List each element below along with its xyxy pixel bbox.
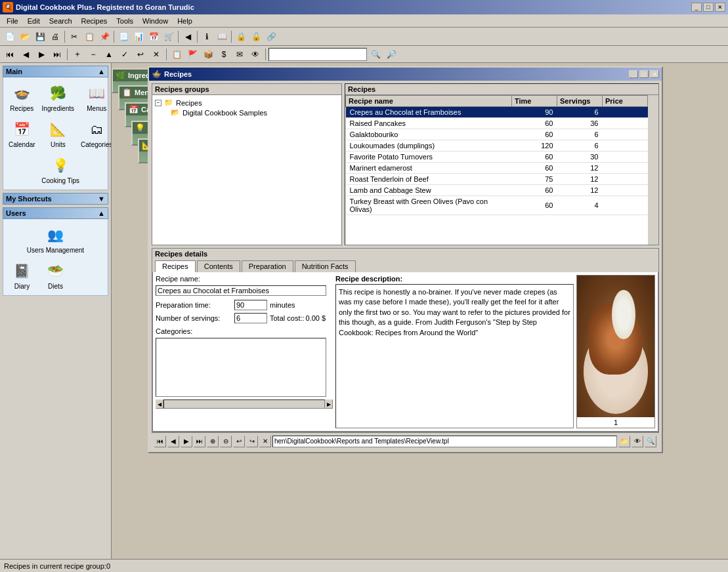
tb-shop-btn[interactable]: 🛒 <box>161 30 176 44</box>
tree-item-cookbook[interactable]: 📂 Digital Cookbook Samples <box>171 108 339 117</box>
nav-last-btn[interactable]: ⏭ <box>50 47 64 62</box>
nav-down-btn[interactable]: ✓ <box>118 47 132 62</box>
tb-info-btn[interactable]: ℹ <box>200 30 214 44</box>
sidebar-item-categories[interactable]: 🗂 Categories <box>78 116 112 151</box>
bottom-nav-undo[interactable]: ↩ <box>233 436 245 447</box>
h-scrollbar[interactable] <box>163 399 325 409</box>
tb-new-btn[interactable]: 📄 <box>3 30 17 44</box>
bottom-nav-play[interactable]: ▶ <box>181 436 192 447</box>
prep-time-input[interactable] <box>234 300 267 310</box>
tb-print-btn[interactable]: 🖨 <box>48 30 62 44</box>
tb-paste-btn[interactable]: 📌 <box>97 30 112 44</box>
table-row[interactable]: Loukoumades (dumplings) 120 6 <box>346 140 648 152</box>
minimize-button[interactable]: _ <box>691 3 702 12</box>
table-row[interactable]: Lamb and Cabbage Stew 60 12 <box>346 185 648 196</box>
col-price[interactable]: Price <box>603 96 648 107</box>
bottom-nav-close[interactable]: ✕ <box>259 436 271 447</box>
tb-open-btn[interactable]: 📂 <box>18 30 32 44</box>
tb-share-btn[interactable]: 🔗 <box>264 30 278 44</box>
menu-window[interactable]: Window <box>139 16 172 26</box>
sidebar-item-ingredients[interactable]: 🥦 Ingredients <box>39 80 77 115</box>
col-recipe-name[interactable]: Recipe name <box>346 96 512 107</box>
tb-cut-btn[interactable]: ✂ <box>67 30 81 44</box>
recipes-minimize-btn[interactable]: _ <box>629 70 638 78</box>
tree-expand-root[interactable]: − <box>155 100 161 106</box>
sidebar-item-diets[interactable]: 🥗 Diets <box>39 258 72 293</box>
sidebar-item-users-management[interactable]: 👥 Users Management <box>6 222 105 256</box>
sidebar-item-units[interactable]: 📐 Units <box>39 116 77 151</box>
nav-play-btn[interactable]: ▶ <box>34 47 49 62</box>
table-row[interactable]: Crepes au Chocolat et Framboises 90 6 <box>346 107 648 118</box>
recipes-scrollbar[interactable] <box>648 95 658 245</box>
tb-cal-btn[interactable]: 📅 <box>146 30 161 44</box>
tb-lock-btn[interactable]: 🔒 <box>234 30 248 44</box>
scroll-right-btn[interactable]: ▶ <box>325 399 333 409</box>
tab-nutrition[interactable]: Nutrition Facts <box>295 260 356 272</box>
nav-copy2-btn[interactable]: 📋 <box>169 47 184 62</box>
menu-help[interactable]: Help <box>173 16 196 26</box>
nav-first-btn[interactable]: ⏮ <box>3 47 17 62</box>
tree-item-root[interactable]: − 📁 Recipes <box>155 98 339 108</box>
sidebar-item-recipes[interactable]: 🍲 Recipes <box>6 80 38 115</box>
bottom-nav-redo[interactable]: ↪ <box>246 436 258 447</box>
sidebar-item-diary[interactable]: 📓 Diary <box>6 258 38 293</box>
nav-move-btn[interactable]: 📦 <box>201 47 215 62</box>
servings-input[interactable] <box>234 313 267 323</box>
col-time[interactable]: Time <box>512 96 557 107</box>
sidebar-item-cooking-tips[interactable]: 💡 Cooking Tips <box>6 152 112 187</box>
tab-preparation[interactable]: Preparation <box>242 260 293 272</box>
table-row[interactable]: Raised Pancakes 60 36 <box>346 118 648 129</box>
bottom-nav-prev[interactable]: ◀ <box>167 436 179 447</box>
bottom-nav-minus[interactable]: ⊖ <box>220 436 232 447</box>
table-row[interactable]: Marinert edamerost 60 12 <box>346 163 648 174</box>
bottom-nav-search[interactable]: 🔍 <box>645 436 656 447</box>
close-button[interactable]: ✕ <box>715 3 725 12</box>
table-row[interactable]: Galaktobouriko 60 6 <box>346 129 648 140</box>
nav-mail-btn[interactable]: ✉ <box>232 47 247 62</box>
recipes-maximize-btn[interactable]: □ <box>639 70 649 78</box>
bottom-nav-last[interactable]: ⏭ <box>194 436 205 447</box>
bottom-nav-add[interactable]: ⊕ <box>207 436 219 447</box>
sidebar-item-menus[interactable]: 📖 Menus <box>78 80 112 115</box>
menu-edit[interactable]: Edit <box>24 16 44 26</box>
tb-unlock-btn[interactable]: 🔓 <box>249 30 263 44</box>
tab-recipes[interactable]: Recipes <box>155 260 196 272</box>
sidebar-main-header[interactable]: Main ▲ <box>3 66 108 77</box>
tb-back-btn[interactable]: ◀ <box>181 30 195 44</box>
sidebar-shortcuts-header[interactable]: My Shortcuts ▼ <box>3 193 108 205</box>
nav-up-btn[interactable]: ▲ <box>102 47 116 62</box>
search-go-btn[interactable]: 🔍 <box>368 47 383 62</box>
tb-save-btn[interactable]: 💾 <box>33 30 47 44</box>
nav-undo-btn[interactable]: ↩ <box>133 47 148 62</box>
nav-eye-btn[interactable]: 👁 <box>248 47 263 62</box>
tb-table-btn[interactable]: 📊 <box>131 30 146 44</box>
menu-recipes[interactable]: Recipes <box>77 16 112 26</box>
table-row[interactable]: Roast Tenderloin of Beef 75 12 <box>346 174 648 185</box>
sidebar-users-header[interactable]: Users ▲ <box>3 207 108 219</box>
nav-prev-btn[interactable]: ◀ <box>18 47 33 62</box>
search-clear-btn[interactable]: 🔎 <box>384 47 398 62</box>
bottom-nav-browse[interactable]: 📁 <box>618 436 630 447</box>
table-row[interactable]: Turkey Breast with Green Olives (Pavo co… <box>346 196 648 215</box>
recipe-name-input[interactable] <box>156 285 326 296</box>
tab-contents[interactable]: Contents <box>197 260 240 272</box>
table-row[interactable]: Favorite Potato Turnovers 60 30 <box>346 152 648 163</box>
bottom-nav-view[interactable]: 👁 <box>632 436 643 447</box>
nav-dollar-btn[interactable]: $ <box>217 47 231 62</box>
nav-flag-btn[interactable]: 🚩 <box>185 47 200 62</box>
tb-info2-btn[interactable]: 📖 <box>215 30 229 44</box>
recipes-table-scroll[interactable]: Recipe name Time Servings Price Crepes a… <box>345 95 648 245</box>
col-servings[interactable]: Servings <box>557 96 603 107</box>
scroll-left-btn[interactable]: ◀ <box>156 399 163 409</box>
tb-list-btn[interactable]: 📃 <box>116 30 131 44</box>
tb-copy-btn[interactable]: 📋 <box>82 30 96 44</box>
nav-delete2-btn[interactable]: ✕ <box>149 47 163 62</box>
nav-del-btn[interactable]: − <box>86 47 100 62</box>
menu-search[interactable]: Search <box>45 16 76 26</box>
bottom-nav-first[interactable]: ⏮ <box>154 436 166 447</box>
sidebar-item-calendar[interactable]: 📅 Calendar <box>6 116 38 151</box>
menu-file[interactable]: File <box>3 16 22 26</box>
maximize-button[interactable]: □ <box>703 3 714 12</box>
search-input[interactable] <box>268 48 367 61</box>
categories-box[interactable] <box>156 338 326 397</box>
